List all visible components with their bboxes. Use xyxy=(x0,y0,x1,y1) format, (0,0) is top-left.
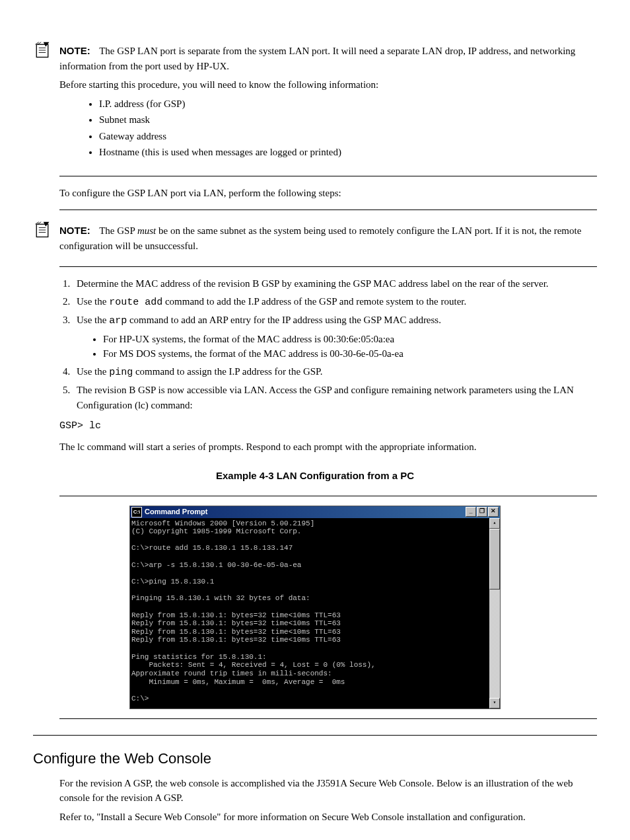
web-para-1: For the revision A GSP, the web console … xyxy=(59,776,597,806)
list-item: Subnet mask xyxy=(99,112,597,128)
svg-rect-6 xyxy=(36,224,48,237)
note-icon xyxy=(33,221,52,239)
divider xyxy=(59,266,597,267)
section-heading: Configure the Web Console xyxy=(33,747,597,769)
cmd-app-icon: C:\ xyxy=(131,507,142,517)
lc-para: The lc command will start a series of pr… xyxy=(59,439,597,455)
note-label: NOTE: xyxy=(59,45,90,56)
note-1-text-2: Before starting this procedure, you will… xyxy=(59,77,597,93)
divider xyxy=(59,210,597,210)
list-item: For MS DOS systems, the format of the MA… xyxy=(103,346,597,362)
list-item: Gateway address xyxy=(99,129,597,144)
window-titlebar: C:\ Command Prompt _ ❐ ✕ xyxy=(130,506,500,518)
divider xyxy=(59,176,597,176)
scroll-track[interactable] xyxy=(489,529,500,698)
step-2: Use the route add command to add the I.P… xyxy=(73,294,597,311)
step-4: Use the ping command to assign the I.P a… xyxy=(73,364,597,381)
window-title: Command Prompt xyxy=(145,506,465,517)
note-block-2: NOTE: The GSP must be on the same subnet… xyxy=(33,219,597,257)
list-item: I.P. address (for GSP) xyxy=(99,96,597,112)
note-2-text: NOTE: The GSP must be on the same subnet… xyxy=(59,223,597,253)
step-5: The revision B GSP is now accessible via… xyxy=(73,383,597,412)
note-label: NOTE: xyxy=(59,225,90,236)
note-1-line-1: NOTE: The GSP LAN port is separate from … xyxy=(59,44,597,73)
note-1-bullets: I.P. address (for GSP) Subnet mask Gatew… xyxy=(59,96,597,160)
note-icon xyxy=(33,41,52,59)
list-item: Hostname (this is used when messages are… xyxy=(99,145,597,160)
cmd-output: Microsoft Windows 2000 [Version 5.00.219… xyxy=(130,518,489,708)
maximize-button[interactable]: ❐ xyxy=(477,507,487,517)
para-configure: To configure the GSP LAN port via LAN, p… xyxy=(59,186,597,201)
scroll-thumb[interactable] xyxy=(489,529,500,590)
gsp-prompt: GSP> lc xyxy=(59,419,597,434)
section-divider xyxy=(33,735,597,736)
step-3: Use the arp command to add an ARP entry … xyxy=(73,313,597,362)
scroll-down-button[interactable]: ▾ xyxy=(489,698,500,708)
web-para-2: Refer to, "Install a Secure Web Console"… xyxy=(59,810,597,825)
steps-list: Determine the MAC address of the revisio… xyxy=(33,276,597,412)
command-prompt-window: C:\ Command Prompt _ ❐ ✕ Microsoft Windo… xyxy=(129,506,501,709)
list-item: For HP-UX systems, the format of the MAC… xyxy=(103,332,597,347)
divider xyxy=(59,496,597,496)
note-block-1: NOTE: The GSP LAN port is separate from … xyxy=(33,40,597,167)
minimize-button[interactable]: _ xyxy=(466,507,476,517)
note-1-text-1: The GSP LAN port is separate from the sy… xyxy=(59,46,575,71)
step-1: Determine the MAC address of the revisio… xyxy=(73,276,597,291)
scroll-up-button[interactable]: ▴ xyxy=(489,518,500,529)
close-button[interactable]: ✕ xyxy=(488,507,499,517)
example-caption: Example 4-3 LAN Configuration from a PC xyxy=(33,469,597,484)
svg-rect-0 xyxy=(36,44,48,57)
scrollbar[interactable]: ▴ ▾ xyxy=(489,518,500,708)
divider xyxy=(59,718,597,719)
